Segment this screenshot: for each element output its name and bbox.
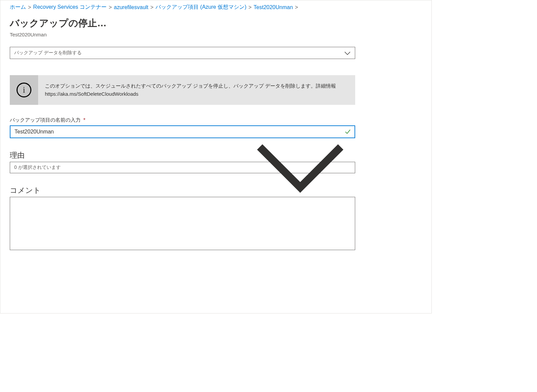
backup-action-selected: バックアップ データを削除する (14, 50, 82, 56)
info-message: このオプションでは、スケジュールされたすべてのバックアップ ジョブを停止し、バッ… (38, 75, 355, 105)
page-title: バックアップの停止… (10, 17, 425, 30)
info-icon: i (17, 83, 31, 97)
breadcrumb-separator: > (150, 4, 153, 10)
valid-check-icon (344, 128, 351, 135)
page-subtitle: Test2020Unman (10, 32, 425, 37)
required-indicator: * (83, 117, 85, 123)
breadcrumb-separator: > (295, 4, 298, 10)
name-label-text: バックアップ項目の名前の入力 (10, 117, 81, 123)
info-icon-box: i (10, 75, 38, 105)
reason-selected-text: 0 が選択されています (14, 164, 61, 171)
breadcrumb-separator: > (109, 4, 112, 10)
breadcrumb-recovery-services[interactable]: Recovery Services コンテナー (33, 4, 107, 11)
breadcrumb-backup-items[interactable]: バックアップ項目 (Azure 仮想マシン) (156, 4, 246, 11)
breadcrumb: ホーム > Recovery Services コンテナー > azurefil… (10, 4, 425, 11)
chevron-down-icon (250, 137, 351, 199)
info-text: このオプションでは、スケジュールされたすべてのバックアップ ジョブを停止し、バッ… (45, 83, 336, 89)
backup-item-name-input[interactable] (10, 125, 355, 138)
backup-action-dropdown[interactable]: バックアップ データを削除する (10, 47, 355, 59)
breadcrumb-vault[interactable]: azurefilesvault (114, 4, 148, 10)
comment-textarea[interactable] (10, 197, 355, 250)
breadcrumb-separator: > (28, 4, 31, 10)
info-banner: i このオプションでは、スケジュールされたすべてのバックアップ ジョブを停止し、… (10, 75, 355, 105)
name-field-label: バックアップ項目の名前の入力 * (10, 117, 355, 123)
chevron-down-icon (344, 51, 351, 55)
reason-dropdown[interactable]: 0 が選択されています (10, 162, 355, 173)
info-url: https://aka.ms/SoftDeleteCloudWorkloads (45, 91, 138, 97)
breadcrumb-separator: > (248, 4, 251, 10)
breadcrumb-item[interactable]: Test2020Unman (254, 4, 293, 10)
breadcrumb-home[interactable]: ホーム (10, 4, 26, 11)
